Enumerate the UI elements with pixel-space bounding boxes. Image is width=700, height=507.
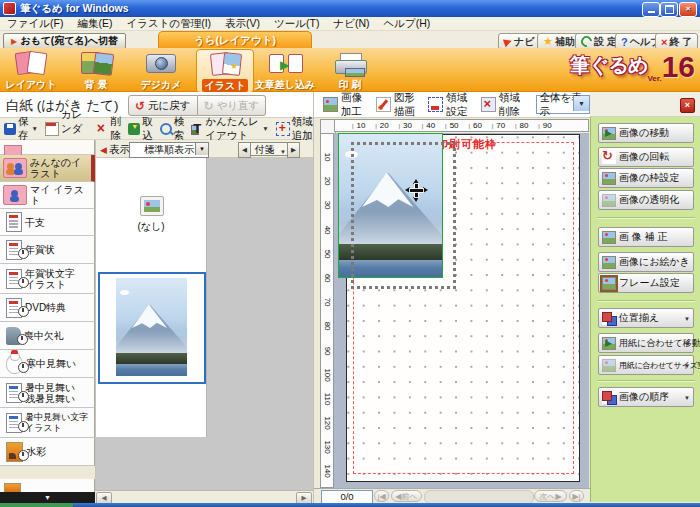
layout-tool-button[interactable]: レイアウト: [3, 49, 59, 91]
chevron-down-icon: ▼: [32, 125, 38, 132]
image-correction-icon: [602, 231, 616, 244]
redo-icon: ↻: [204, 99, 214, 113]
redo-button[interactable]: ↻ やり直す: [198, 95, 267, 116]
thumbnail-photo-selected[interactable]: [98, 272, 206, 384]
frame-setting-button[interactable]: フレーム設定: [598, 273, 694, 293]
print-icon: [331, 50, 369, 76]
tab-name-select[interactable]: 付箋 ▼: [251, 142, 287, 156]
easy-layout-button[interactable]: かんたんレイアウト ▼: [191, 115, 268, 143]
tab-back-layout[interactable]: うら(レイアウト): [158, 31, 312, 49]
menu-item[interactable]: ヘルプ(H): [384, 17, 431, 31]
menu-item[interactable]: ツール(T): [274, 17, 319, 31]
sidebar-item-nengajo-moji[interactable]: 年賀状文字イラスト: [0, 264, 95, 294]
image-move-button[interactable]: 画像の移動: [598, 123, 694, 143]
menu-item[interactable]: ファイル(F): [7, 17, 63, 31]
shape-draw-button[interactable]: 図形描画: [376, 91, 420, 119]
tab-next-button[interactable]: ▶: [287, 142, 300, 158]
resize-to-paper-icon: [602, 359, 616, 372]
undo-button[interactable]: ↺ 元に戻す: [128, 95, 198, 116]
align-icon: [602, 312, 616, 325]
sidebar-item-shochu[interactable]: 暑中見舞い残暑見舞い: [0, 378, 95, 408]
menu-item[interactable]: 表示(V): [225, 17, 260, 31]
sidebar-item-mochu[interactable]: 喪中欠礼: [0, 322, 95, 350]
background-tool-button[interactable]: 背 景: [68, 49, 124, 91]
canvas-toolbar: 画像加工 図形描画 領域設定 領域削除 全体を表示 ▼: [313, 92, 590, 118]
sidebar-item-dvd-tokuten[interactable]: DVD特典: [0, 294, 95, 322]
region-set-button[interactable]: 領域設定: [428, 91, 472, 119]
menu-bar: ファイル(F)編集(E)イラストの管理(I)表示(V)ツール(T)ナビ(N)ヘル…: [0, 17, 700, 31]
thumbnail-none[interactable]: (なし): [96, 158, 206, 250]
wrench-icon: [579, 34, 594, 49]
text-merge-tool-button[interactable]: ▶ 文章差し込み: [257, 49, 313, 91]
delete-icon: [97, 123, 109, 135]
sidebar-item-partial[interactable]: [0, 479, 95, 492]
selection-region-frame[interactable]: [351, 142, 456, 289]
image-rotate-button[interactable]: 画像の回転: [598, 147, 694, 167]
zoom-select[interactable]: 全体を表示 ▼: [536, 95, 590, 114]
thumbnail-hscrollbar[interactable]: ◀ ▶: [95, 490, 313, 503]
sidebar-item-nengajo[interactable]: 年賀状: [0, 236, 95, 264]
sidebar-scroll-down[interactable]: ▼: [0, 492, 95, 503]
align-position-button[interactable]: 位置揃え ▼: [598, 308, 694, 328]
minimize-button[interactable]: [642, 2, 660, 17]
switch-to-front-tab[interactable]: ▶ おもて(宛て名)へ切替: [3, 33, 126, 49]
thumbnail-list: (なし): [96, 158, 207, 437]
layout-viewport[interactable]: 印刷可能枠: [334, 133, 589, 488]
delete-button[interactable]: 削除: [97, 115, 122, 143]
statue-icon: [6, 327, 21, 345]
image-correction-button[interactable]: 画 像 補 正: [598, 227, 694, 247]
last-page-button[interactable]: ▶|: [569, 490, 584, 502]
menu-item[interactable]: 編集(E): [77, 17, 112, 31]
next-page-button[interactable]: 次へ▶: [534, 490, 567, 502]
page-scroll-track[interactable]: [424, 490, 534, 504]
ruler-tick: 120: [320, 417, 334, 429]
menu-item[interactable]: イラストの管理(I): [126, 17, 211, 31]
image-frame-setting-button[interactable]: 画像の枠設定: [598, 168, 694, 188]
image-order-button[interactable]: 画像の順序 ▼: [598, 387, 694, 407]
image-order-icon: [602, 391, 616, 404]
move-to-paper-button[interactable]: 用紙に合わせて移動 ▼: [598, 333, 694, 353]
category-tab-selector: ◀ 付箋 ▼ ▶: [238, 142, 300, 156]
sidebar-item-my-illust[interactable]: マイ イラスト: [0, 182, 95, 209]
region-delete-button[interactable]: 領域削除: [481, 91, 525, 119]
title-bar[interactable]: 筆ぐるめ for Windows ×: [0, 0, 700, 17]
close-button[interactable]: ×: [679, 2, 697, 17]
save-button[interactable]: 保存 ▼: [4, 115, 38, 143]
clock-badge-icon: [18, 391, 29, 402]
category-sidebar: みんなのイラスト マイ イラスト 干支 年賀状 年賀状文字イラスト DVD特典 …: [0, 155, 95, 466]
first-page-button[interactable]: |◀: [374, 490, 389, 502]
draw-on-image-button[interactable]: 画像にお絵かき: [598, 252, 694, 272]
document-icon: [6, 269, 22, 289]
maximize-button[interactable]: [660, 2, 678, 17]
menu-item[interactable]: ナビ(N): [333, 17, 369, 31]
tab-bar: ▶ おもて(宛て名)へ切替 うら(レイアウト) ナビ ★補助 設 定 ?ヘルプ …: [0, 31, 700, 48]
image-transparency-button[interactable]: 画像の透明化: [598, 190, 694, 210]
sidebar-item-kanchu[interactable]: 寒中見舞い: [0, 350, 95, 378]
image-edit-button[interactable]: 画像加工: [323, 91, 367, 119]
no-image-icon: [140, 196, 164, 216]
print-tool-button[interactable]: 印 刷: [322, 49, 378, 91]
import-button[interactable]: 取込: [128, 115, 153, 143]
prev-page-button[interactable]: ◀前へ: [391, 490, 422, 502]
sidebar-item-suisai[interactable]: 水彩: [0, 438, 95, 466]
tab-prev-button[interactable]: ◀: [238, 142, 251, 158]
ruler-tick: 60: [463, 120, 486, 131]
page-count-field[interactable]: 0/0: [321, 490, 373, 504]
sidebar-scroll-up[interactable]: [0, 140, 95, 155]
add-region-button[interactable]: 領域追加: [276, 115, 313, 143]
painting-icon: [6, 442, 23, 462]
panel-close-button[interactable]: ×: [680, 98, 695, 113]
search-button[interactable]: 検 索: [160, 115, 185, 143]
sidebar-item-eto[interactable]: 干支: [0, 209, 95, 236]
chevron-down-icon: ▼: [684, 395, 690, 401]
illust-tool-button[interactable]: ★ イラスト: [196, 49, 254, 93]
import-icon: [128, 123, 140, 135]
sidebar-item-shochu-moji[interactable]: 暑中見舞い文字イラスト: [0, 408, 95, 438]
divider: [597, 217, 695, 219]
camera-tool-button[interactable]: デジカメ: [133, 49, 189, 91]
green-arrow-icon: ▶: [280, 58, 289, 72]
resize-to-paper-button[interactable]: 用紙に合わせてサイズ変更 ▼: [598, 355, 694, 375]
sidebar-item-minna-no-illust[interactable]: みんなのイラスト: [0, 155, 95, 182]
sort-order-select[interactable]: 標準順表示 ▼: [129, 142, 209, 158]
show-toggle[interactable]: ◀ 表示: [100, 143, 130, 157]
